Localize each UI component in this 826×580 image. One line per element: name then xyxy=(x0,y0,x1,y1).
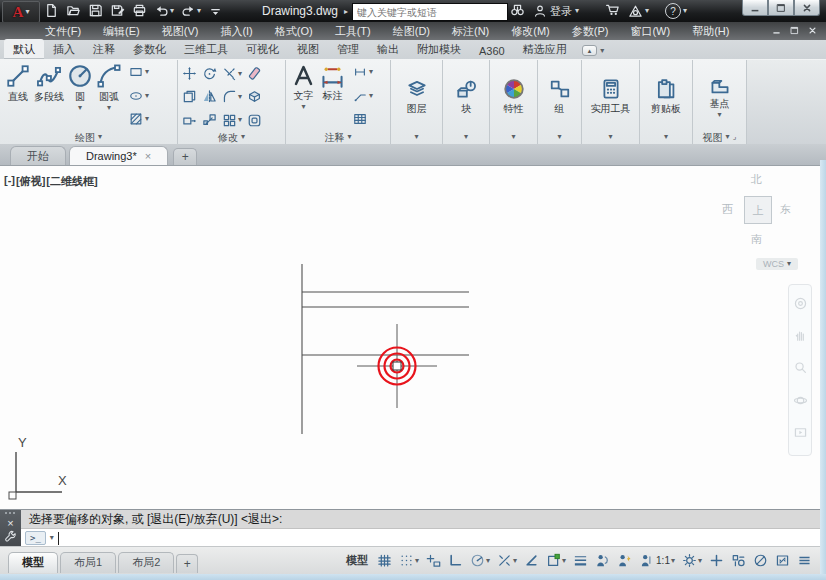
ribbon-minimize-button[interactable]: ▴ xyxy=(582,45,598,56)
file-tab-开始[interactable]: 开始 xyxy=(10,146,66,165)
tool-rotate[interactable] xyxy=(202,64,217,83)
doc-minimize-button[interactable] xyxy=(771,22,782,40)
ribbon-tab-A360[interactable]: A360 xyxy=(470,42,514,59)
save-button[interactable] xyxy=(88,3,103,18)
tool-move[interactable] xyxy=(182,64,197,83)
panel-footer[interactable]: 注释▾ xyxy=(286,130,390,144)
ribbon-tab-参数化[interactable]: 参数化 xyxy=(124,39,175,59)
folder-open-button[interactable] xyxy=(66,3,81,18)
visual-style-menu[interactable]: [二维线框] xyxy=(46,174,97,189)
wcs-menu[interactable]: WCS▾ xyxy=(756,258,798,270)
viewcube-south[interactable]: 南 xyxy=(751,232,762,247)
tool-polyline[interactable]: 多段线 xyxy=(34,63,64,130)
printer-button[interactable] xyxy=(132,3,147,18)
tool-arc[interactable]: 圆弧▾ xyxy=(96,63,122,130)
viewcube-top[interactable]: 上 xyxy=(744,196,772,224)
dialog-launcher-icon[interactable]: ⌟ xyxy=(733,133,737,141)
hardware-acceleration-toggle[interactable] xyxy=(753,553,768,568)
tool-dimension[interactable]: 标注 xyxy=(320,63,345,130)
osnap-3d-toggle[interactable]: ▾ xyxy=(546,553,566,568)
close-command-line-button[interactable]: × xyxy=(7,517,13,529)
drawing-area[interactable]: YX [-][俯视][二维线框] 北西东南上 WCS▾ xyxy=(0,165,820,510)
workspace-gear-toggle[interactable]: ▾ xyxy=(682,553,702,568)
panel-footer[interactable]: 绘图▾ xyxy=(0,130,177,144)
panel-footer[interactable]: ▾ xyxy=(490,130,537,144)
app-store-button[interactable] xyxy=(605,2,620,21)
recent-commands-dropdown-icon[interactable]: ▾ xyxy=(50,534,54,542)
view-menu[interactable]: [俯视] xyxy=(16,174,45,189)
save-as-button[interactable] xyxy=(110,3,125,18)
nav-pan-button[interactable] xyxy=(793,328,808,347)
viewport-menu[interactable]: [-] xyxy=(4,174,15,189)
tool-circle[interactable]: 圆▾ xyxy=(67,63,93,130)
tool-line[interactable]: 直线 xyxy=(5,63,31,130)
file-tab-Drawing3*[interactable]: Drawing3*× xyxy=(69,146,168,165)
infer-constraints-toggle[interactable] xyxy=(426,553,441,568)
menu-修改[interactable]: 修改(M) xyxy=(500,22,561,40)
tool-properties[interactable]: 特性 xyxy=(490,60,537,130)
tool-ellipse[interactable]: ▾ xyxy=(129,89,149,103)
application-menu-button[interactable]: A ▾ xyxy=(2,1,40,23)
panel-footer[interactable]: ▾ xyxy=(391,130,442,144)
nav-motion-button[interactable] xyxy=(793,425,808,444)
ribbon-tab-可视化[interactable]: 可视化 xyxy=(237,39,288,59)
tool-leader[interactable]: ▾ xyxy=(353,89,373,103)
polar-tracking-toggle[interactable]: ▾ xyxy=(470,553,490,568)
panel-footer[interactable]: 修改▾ xyxy=(178,130,285,144)
ribbon-tab-附加模块[interactable]: 附加模块 xyxy=(408,39,470,59)
tool-offset[interactable] xyxy=(247,111,262,130)
grid-display-toggle[interactable] xyxy=(377,553,392,568)
menu-窗口[interactable]: 窗口(W) xyxy=(619,22,681,40)
tool-fillet[interactable]: ▾ xyxy=(222,87,242,106)
tool-erase[interactable] xyxy=(247,64,262,83)
tool-scale[interactable] xyxy=(202,111,217,130)
ribbon-tab-输出[interactable]: 输出 xyxy=(368,39,408,59)
new-layout-button[interactable]: + xyxy=(176,554,198,573)
customize-menu-toggle[interactable] xyxy=(797,553,812,568)
window-maximize-button[interactable] xyxy=(768,0,794,16)
drag-grip-icon[interactable] xyxy=(5,512,17,514)
window-minimize-button[interactable] xyxy=(742,0,768,16)
ribbon-minimize-dropdown[interactable]: ▾ xyxy=(600,47,604,55)
ribbon-tab-精选应用[interactable]: 精选应用 xyxy=(514,39,576,59)
new-drawing-tab-button[interactable]: + xyxy=(173,148,197,165)
tool-table[interactable] xyxy=(353,112,373,126)
annotation-autoscale-toggle[interactable] xyxy=(617,553,632,568)
close-tab-icon[interactable]: × xyxy=(145,150,151,162)
qat-customize-button[interactable] xyxy=(208,3,223,18)
menu-文件[interactable]: 文件(F) xyxy=(34,22,92,40)
tool-utilities[interactable]: 实用工具 xyxy=(582,60,639,130)
menu-插入[interactable]: 插入(I) xyxy=(209,22,263,40)
tool-array[interactable]: ▾ xyxy=(222,111,242,130)
help-button[interactable]: ?▾ xyxy=(665,3,687,19)
tool-dim-linear[interactable]: ▾ xyxy=(353,65,373,79)
window-close-button[interactable] xyxy=(794,0,820,16)
menu-绘图[interactable]: 绘图(D) xyxy=(382,22,441,40)
ribbon-tab-三维工具[interactable]: 三维工具 xyxy=(175,39,237,59)
panel-footer[interactable]: ▾ xyxy=(538,130,581,144)
ribbon-tab-默认[interactable]: 默认 xyxy=(4,39,44,59)
nav-orbit-button[interactable] xyxy=(793,393,808,412)
ortho-mode-toggle[interactable] xyxy=(448,553,463,568)
panel-footer[interactable]: ▾ xyxy=(443,130,489,144)
clean-screen-toggle[interactable] xyxy=(775,553,790,568)
tool-hatch[interactable]: ▾ xyxy=(129,112,149,126)
panel-footer[interactable]: ▾ xyxy=(582,130,639,144)
viewcube-west[interactable]: 西 xyxy=(722,202,733,217)
ribbon-tab-视图[interactable]: 视图 xyxy=(288,39,328,59)
model-space-toggle[interactable]: 模型 xyxy=(346,553,368,568)
ribbon-tab-注释[interactable]: 注释 xyxy=(84,39,124,59)
menu-格式[interactable]: 格式(O) xyxy=(264,22,324,40)
lineweight-toggle[interactable] xyxy=(573,553,588,568)
search-input[interactable] xyxy=(352,3,508,21)
tool-copy[interactable] xyxy=(182,87,197,106)
sign-in-button[interactable]: 登录▾ xyxy=(533,4,579,19)
redo-button[interactable]: ▾ xyxy=(181,3,201,18)
a360-button[interactable]: ▾ xyxy=(628,4,649,19)
search-button[interactable] xyxy=(510,2,525,21)
undo-button[interactable]: ▾ xyxy=(154,3,174,18)
viewcube-east[interactable]: 东 xyxy=(780,202,791,217)
nav-wheel-button[interactable] xyxy=(793,296,808,315)
tool-basepoint[interactable]: 基点▾ xyxy=(709,74,731,119)
tool-explode[interactable] xyxy=(247,87,262,106)
